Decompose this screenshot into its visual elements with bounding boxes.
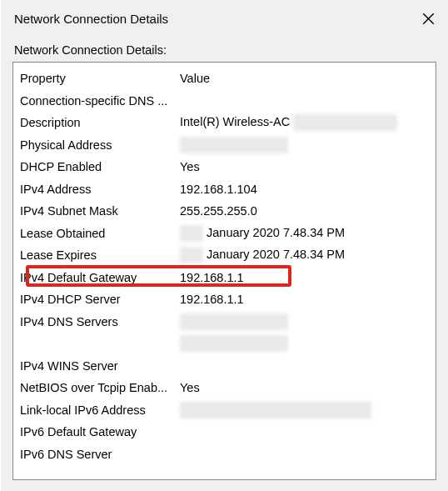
table-row: NetBIOS over Tcpip Enab...Yes bbox=[13, 377, 436, 399]
property-cell: IPv4 Subnet Mask bbox=[20, 204, 180, 218]
table-row bbox=[13, 333, 436, 355]
value-cell: Yes bbox=[180, 381, 436, 394]
value-cell: January 2020 7.48.34 PM bbox=[180, 225, 436, 242]
table-row: Lease ExpiresJanuary 2020 7.48.34 PM bbox=[13, 244, 436, 267]
redacted-segment bbox=[180, 137, 288, 153]
table-row: IPv4 WINS Server bbox=[13, 355, 436, 378]
header-row: Property Value bbox=[13, 68, 436, 90]
property-cell: Description bbox=[20, 116, 180, 129]
value-text: 192.168.1.104 bbox=[180, 183, 257, 196]
property-cell: Lease Obtained bbox=[20, 227, 180, 240]
property-cell: Link-local IPv6 Address bbox=[20, 403, 180, 417]
value-cell bbox=[180, 313, 436, 330]
property-cell: Lease Expires bbox=[20, 248, 180, 262]
header-value: Value bbox=[180, 72, 436, 85]
redacted-segment bbox=[180, 313, 288, 330]
details-subtitle: Network Connection Details: bbox=[1, 37, 448, 62]
value-cell bbox=[180, 335, 436, 352]
close-button[interactable] bbox=[408, 0, 448, 37]
value-text: January 2020 7.48.34 PM bbox=[207, 226, 345, 239]
table-row: DescriptionIntel(R) Wireless-AC bbox=[13, 112, 436, 134]
value-text: Intel(R) Wireless-AC bbox=[180, 115, 290, 128]
property-cell: IPv6 DNS Server bbox=[20, 448, 180, 461]
value-text: 255.255.255.0 bbox=[180, 204, 257, 218]
property-cell: DHCP Enabled bbox=[20, 160, 180, 173]
window-title: Network Connection Details bbox=[14, 12, 168, 26]
value-cell bbox=[180, 402, 436, 418]
table-row: Link-local IPv6 Address bbox=[13, 399, 436, 422]
redacted-segment bbox=[180, 247, 203, 263]
value-cell: 192.168.1.104 bbox=[180, 183, 436, 196]
table-row: IPv4 Subnet Mask255.255.255.0 bbox=[13, 200, 436, 223]
table-row: Connection-specific DNS ... bbox=[13, 90, 436, 113]
value-cell: Intel(R) Wireless-AC bbox=[180, 114, 436, 131]
redacted-segment bbox=[180, 402, 371, 418]
property-cell: Connection-specific DNS ... bbox=[20, 94, 180, 108]
property-cell: IPv4 Default Gateway bbox=[20, 271, 180, 284]
value-text: Yes bbox=[180, 160, 200, 173]
table-row: IPv4 Address192.168.1.104 bbox=[13, 178, 436, 201]
table-row: DHCP EnabledYes bbox=[13, 156, 436, 178]
details-panel: Property Value Connection-specific DNS .… bbox=[12, 62, 436, 480]
property-cell: IPv6 Default Gateway bbox=[20, 425, 180, 438]
value-cell: Yes bbox=[180, 160, 436, 173]
table-row: Physical Address bbox=[13, 134, 436, 157]
value-text: January 2020 7.48.34 PM bbox=[207, 248, 345, 261]
table-row: Lease ObtainedJanuary 2020 7.48.34 PM bbox=[13, 223, 436, 245]
redacted-segment bbox=[180, 335, 288, 352]
value-cell: 192.168.1.1 bbox=[180, 293, 436, 306]
property-cell: IPv4 DHCP Server bbox=[20, 293, 180, 306]
table-row: IPv4 DHCP Server192.168.1.1 bbox=[13, 288, 436, 311]
value-text: 192.168.1.1 bbox=[180, 271, 244, 284]
value-cell: January 2020 7.48.34 PM bbox=[180, 247, 436, 263]
value-cell bbox=[180, 137, 436, 153]
property-cell: Physical Address bbox=[20, 138, 180, 152]
table-row: IPv4 DNS Servers bbox=[13, 311, 436, 333]
titlebar: Network Connection Details bbox=[1, 0, 448, 37]
property-cell: IPv4 DNS Servers bbox=[20, 315, 180, 328]
property-cell: IPv4 WINS Server bbox=[20, 359, 180, 373]
value-text: Yes bbox=[180, 381, 200, 394]
value-text: 192.168.1.1 bbox=[180, 293, 244, 306]
value-cell: 255.255.255.0 bbox=[180, 204, 436, 218]
redacted-segment bbox=[293, 114, 397, 131]
close-icon bbox=[422, 13, 435, 25]
value-cell: 192.168.1.1 bbox=[180, 271, 436, 284]
network-connection-details-window: Network Connection Details Network Conne… bbox=[0, 0, 448, 491]
table-row: IPv6 Default Gateway bbox=[13, 421, 436, 443]
property-cell: IPv4 Address bbox=[20, 183, 180, 196]
table-row: IPv4 Default Gateway192.168.1.1 bbox=[13, 267, 436, 289]
property-cell: NetBIOS over Tcpip Enab... bbox=[20, 381, 180, 394]
header-property: Property bbox=[20, 72, 180, 85]
redacted-segment bbox=[180, 225, 203, 242]
table-row: IPv6 DNS Server bbox=[13, 443, 436, 466]
